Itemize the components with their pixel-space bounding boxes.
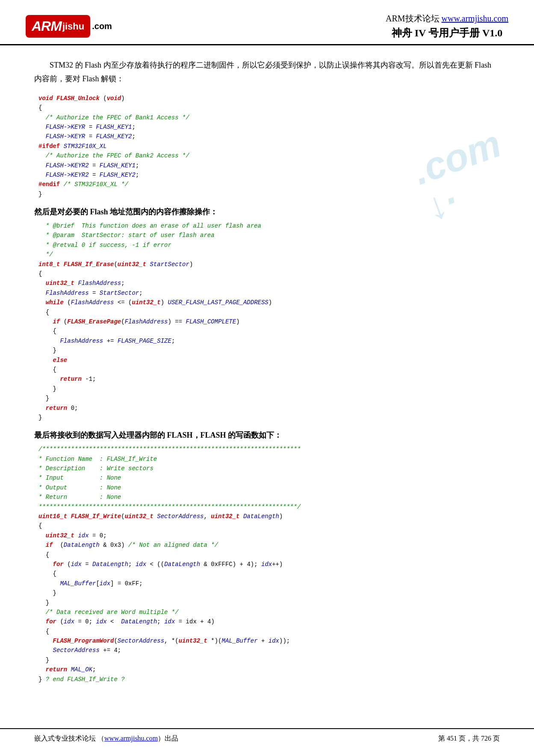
logo-jishu: jishu: [62, 21, 84, 32]
intro-paragraph: STM32 的 Flash 内至少存放着待执行的程序二进制固件，所以它必须受到保…: [34, 58, 500, 86]
code-block-flash-unlock: void FLASH_Unlock (void) { /* Authorize …: [34, 94, 500, 199]
footer-link[interactable]: www.armjishu.com: [104, 735, 158, 742]
code-block-flash-erase: * @brief This function does an erase of …: [34, 221, 500, 422]
logo-box: ARM jishu: [26, 15, 90, 38]
content: STM32 的 Flash 内至少存放着待执行的程序二进制固件，所以它必须受到保…: [0, 45, 534, 704]
logo-com: .com: [92, 21, 112, 31]
section-heading-1: 然后是对必要的 Flash 地址范围内的内容作擦除操作：: [34, 207, 500, 217]
header-title: 神舟 IV 号用户手册 V1.0: [386, 26, 508, 40]
code-block-flash-write: /***************************************…: [34, 445, 500, 684]
forum-text: ARM技术论坛: [386, 14, 440, 23]
page: .com↓· ARM jishu .com ARM技术论坛 www.armjis…: [0, 0, 534, 756]
logo-arm: ARM: [32, 18, 62, 34]
footer-left: 嵌入式专业技术论坛 （www.armjishu.com）出品: [34, 734, 178, 743]
header: ARM jishu .com ARM技术论坛 www.armjishu.com …: [0, 0, 534, 45]
section-heading-2: 最后将接收到的数据写入处理器内部的 FLASH，FLASH 的写函数如下：: [34, 430, 500, 440]
footer-right: 第 451 页，共 726 页: [438, 734, 500, 743]
header-right: ARM技术论坛 www.armjishu.com 神舟 IV 号用户手册 V1.…: [386, 13, 508, 40]
footer: 嵌入式专业技术论坛 （www.armjishu.com）出品 第 451 页，共…: [0, 728, 534, 743]
logo-area: ARM jishu .com: [26, 15, 112, 38]
header-forum: ARM技术论坛 www.armjishu.com: [386, 13, 508, 24]
forum-link[interactable]: www.armjishu.com: [442, 14, 508, 23]
